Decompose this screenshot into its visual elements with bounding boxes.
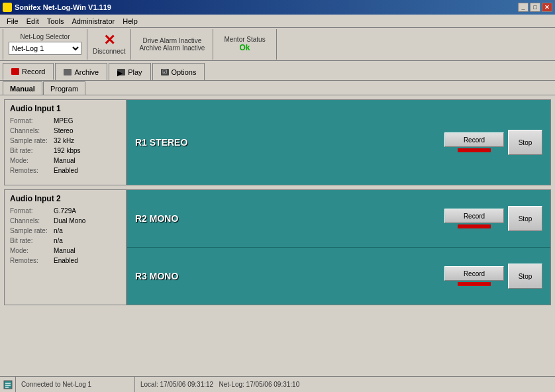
info-row-bitrate-2: Bit rate: n/a [10,236,121,246]
mentor-value: Ok [240,43,250,52]
status-time-text: Local: 17/05/06 09:31:12 Net-Log: 17/05/… [135,377,305,392]
local-time: Local: 17/05/06 09:31:12 [140,381,213,388]
format-val-2: G.729A [54,206,76,216]
maximize-button[interactable]: □ [530,3,540,12]
format-val-1: MPEG [54,116,73,126]
bitrate-key-1: Bit rate: [10,146,51,156]
tab-options[interactable]: ☑ Options [152,63,205,80]
stop-button-r1[interactable]: Stop [508,130,542,155]
info-row-format-2: Format: G.729A [10,206,121,216]
netlog-time: Net-Log: 17/05/06 09:31:10 [219,381,299,388]
audio-input-2-panel: Audio Input 2 Format: G.729A Channels: D… [4,189,551,305]
channel-r2-name: R2 MONO [135,213,215,224]
channels-key-2: Channels: [10,216,51,226]
disconnect-icon: ✕ [103,33,115,48]
menu-edit[interactable]: Edit [23,16,43,26]
mode-val-1: Manual [54,156,76,166]
format-key-2: Format: [10,206,51,216]
alarm2-label: Archive Alarm Inactive [139,44,205,52]
record-btn-wrap-r2: Record [444,209,504,228]
channels-val-1: Stereo [54,126,73,136]
info-row-samplerate-1: Sample rate: 32 kHz [10,136,121,146]
audio-input-2-info: Audio Input 2 Format: G.729A Channels: D… [5,190,127,305]
audio-input-1-channels: R1 STEREO Record Stop [127,100,550,185]
remotes-key-1: Remotes: [10,166,51,175]
audio-input-2-title: Audio Input 2 [10,194,121,203]
menu-help[interactable]: Help [119,16,142,26]
info-row-channels-2: Channels: Dual Mono [10,216,121,226]
remotes-val-1: Enabled [54,166,78,175]
tab-archive-label: Archive [74,68,99,76]
tab-play-label: Play [128,68,142,76]
record-btn-wrap-r1: Record [444,132,504,152]
channel-r1: R1 STEREO Record Stop [127,100,550,185]
info-row-mode-2: Mode: Manual [10,246,121,256]
mentor-label: Mentor Status [224,36,265,43]
record-indicator-r2 [458,224,491,228]
tab-record[interactable]: Record [3,63,54,80]
channel-r2: R2 MONO Record Stop [127,190,550,248]
audio-input-1-info: Audio Input 1 Format: MPEG Channels: Ste… [5,100,127,185]
netlog-selector[interactable]: Net-Log 1 Net-Log 2 [9,42,81,55]
channel-r2-controls: Record Stop [444,206,542,231]
info-row-remotes-2: Remotes: Enabled [10,256,121,266]
tab-record-label: Record [22,68,45,75]
stop-button-r3[interactable]: Stop [508,264,542,289]
menu-administrator[interactable]: Administrator [68,16,119,26]
app-icon [3,3,12,12]
remotes-key-2: Remotes: [10,256,51,266]
mode-val-2: Manual [54,246,76,256]
bitrate-val-1: 192 kbps [54,146,81,156]
minimize-button[interactable]: _ [518,3,529,12]
disconnect-label[interactable]: Disconnect [93,48,125,55]
tab-archive[interactable]: Archive [55,63,107,80]
title-bar-left: Sonifex Net-Log-Win V1.119 [3,3,111,12]
svg-rect-2 [5,385,11,386]
record-button-r2[interactable]: Record [444,209,504,223]
mode-key-2: Mode: [10,246,51,256]
sub-tab-row: Manual Program [0,81,555,95]
format-key-1: Format: [10,116,51,126]
disconnect-section: ✕ Disconnect [87,29,131,60]
record-button-r3[interactable]: Record [444,266,504,281]
selector-section: Net-Log Selector Net-Log 1 Net-Log 2 [3,29,87,60]
channel-r3-controls: Record Stop [444,264,542,289]
record-button-r1[interactable]: Record [444,132,504,147]
channel-r3: R3 MONO Record Stop [127,248,550,305]
tab-options-label: Options [172,68,197,76]
options-tab-icon: ☑ [161,69,169,75]
record-btn-wrap-r3: Record [444,266,504,286]
info-row-bitrate-1: Bit rate: 192 kbps [10,146,121,156]
selector-dropdown: Net-Log 1 Net-Log 2 [9,42,81,55]
samplerate-key-1: Sample rate: [10,136,51,146]
status-connected-text: Connected to Net-Log 1 [16,377,135,392]
menu-file[interactable]: File [3,16,23,26]
play-tab-icon: ▶ [117,69,125,75]
subtab-manual[interactable]: Manual [3,81,42,95]
stop-button-r2[interactable]: Stop [508,206,542,231]
audio-input-1-panel: Audio Input 1 Format: MPEG Channels: Ste… [4,99,551,185]
svg-rect-1 [5,383,11,384]
main-tab-row: Record Archive ▶ Play ☑ Options [0,61,555,81]
tab-play[interactable]: ▶ Play [109,63,150,80]
status-icon [0,377,16,393]
selector-label: Net-Log Selector [20,33,70,40]
subtab-program[interactable]: Program [43,81,85,95]
audio-input-2-table: Format: G.729A Channels: Dual Mono Sampl… [10,206,121,266]
alarm-section: Drive Alarm Inactive Archive Alarm Inact… [131,29,213,60]
record-tab-icon [11,68,19,75]
title-bar: Sonifex Net-Log-Win V1.119 _ □ ✕ [0,0,555,15]
menu-tools[interactable]: Tools [43,16,68,26]
title-controls: _ □ ✕ [518,3,552,12]
window-title: Sonifex Net-Log-Win V1.119 [15,3,111,11]
channel-r1-name: R1 STEREO [135,137,215,148]
archive-tab-icon [64,69,72,75]
channel-r3-name: R3 MONO [135,271,215,281]
menu-bar: File Edit Tools Administrator Help [0,15,555,28]
info-row-mode-1: Mode: Manual [10,156,121,166]
subtab-program-label: Program [50,85,78,93]
close-button[interactable]: ✕ [542,3,552,12]
channels-val-2: Dual Mono [54,216,85,226]
bitrate-key-2: Bit rate: [10,236,51,246]
remotes-val-2: Enabled [54,256,78,266]
